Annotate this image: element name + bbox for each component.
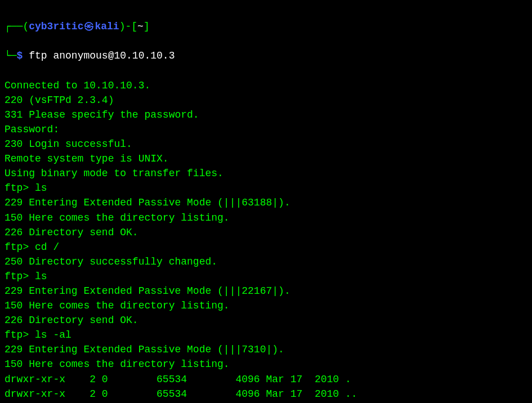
output-line: 150 Here comes the directory listing. xyxy=(5,212,230,223)
ftp-prompt-line: ftp> ls xyxy=(5,182,47,194)
prompt-user: cyb3ritic xyxy=(29,21,83,32)
output-line: 220 (vsFTPd 2.3.4) xyxy=(5,95,114,106)
output-line: 229 Entering Extended Passive Mode (|||6… xyxy=(5,197,290,208)
ftp-prompt-line: ftp> ls -al xyxy=(5,329,71,341)
output-line: 331 Please specify the password. xyxy=(5,109,199,120)
output-line: 229 Entering Extended Passive Mode (|||2… xyxy=(5,285,290,297)
prompt-lparen: ( xyxy=(23,21,29,32)
output-line: 226 Directory send OK. xyxy=(5,227,138,238)
terminal-window[interactable]: ┌──(cyb3ritic㉿kali)-[~] └─$ ftp anonymou… xyxy=(5,5,527,403)
prompt-rparen: ) xyxy=(119,21,126,32)
prompt-host: kali xyxy=(95,21,119,32)
skull-icon: ㉿ xyxy=(84,19,94,34)
ps1-line-1: ┌──(cyb3ritic㉿kali)-[~] xyxy=(5,19,527,34)
output-line: Using binary mode to transfer files. xyxy=(5,168,223,179)
output-line: 150 Here comes the directory listing. xyxy=(5,359,230,370)
prompt-cwd: ~ xyxy=(137,21,144,32)
prompt-dash: - xyxy=(125,21,131,32)
prompt-corner-bottom: └─ xyxy=(5,50,17,61)
output-line: 229 Entering Extended Passive Mode (|||7… xyxy=(5,344,284,355)
output-line: 230 Login successful. xyxy=(5,138,132,150)
prompt-dollar: $ xyxy=(17,50,23,61)
output-line: Connected to 10.10.10.3. xyxy=(5,80,150,91)
ps1-line-2: └─$ ftp anonymous@10.10.10.3 xyxy=(5,48,527,63)
output-line: 250 Directory successfully changed. xyxy=(5,256,217,267)
ftp-prompt-line: ftp> ls xyxy=(5,271,47,282)
output-line: Password: xyxy=(5,124,59,135)
output-line: 150 Here comes the directory listing. xyxy=(5,300,230,311)
output-line: 226 Directory send OK. xyxy=(5,315,138,326)
output-line: drwxr-xr-x 2 0 65534 4096 Mar 17 2010 .. xyxy=(5,388,357,400)
ftp-prompt-line: ftp> cd / xyxy=(5,241,59,253)
prompt-rbracket: ] xyxy=(144,21,150,32)
output-line: Remote system type is UNIX. xyxy=(5,153,169,164)
typed-command: ftp anonymous@10.10.10.3 xyxy=(23,50,175,61)
output-line: drwxr-xr-x 2 0 65534 4096 Mar 17 2010 . xyxy=(5,374,351,385)
prompt-corner-top: ┌── xyxy=(5,21,23,32)
prompt-lbracket: [ xyxy=(131,21,137,32)
